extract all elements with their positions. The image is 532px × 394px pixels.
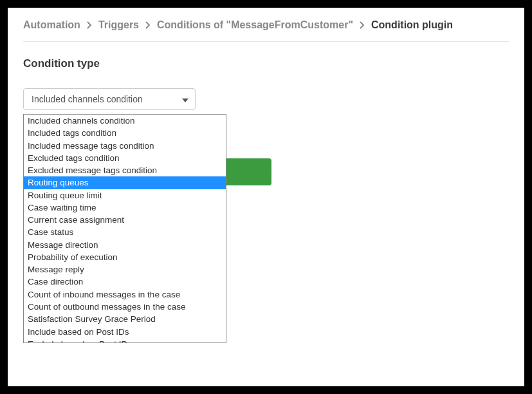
condition-type-select-wrapper: Included channels condition Included cha… [23,88,196,110]
dropdown-option[interactable]: Routing queue limit [24,189,226,202]
dropdown-option[interactable]: Exclude based on Post IDs [24,338,226,343]
breadcrumb-condition-plugin: Condition plugin [371,19,453,31]
chevron-right-icon [87,21,92,29]
dropdown-option[interactable]: Excluded message tags condition [24,164,226,176]
breadcrumb-triggers[interactable]: Triggers [98,19,139,31]
dropdown-option[interactable]: Count of inbound messages in the case [24,288,226,301]
chevron-right-icon [145,21,151,29]
dropdown-option[interactable]: Case waiting time [24,202,226,214]
dropdown-option[interactable]: Included message tags condition [24,140,226,152]
page-container: Automation Triggers Conditions of "Messa… [8,8,524,386]
dropdown-option[interactable]: Message reply [24,263,226,276]
dropdown-option[interactable]: Count of outbound messages in the case [24,301,226,313]
dropdown-option[interactable]: Included channels condition [24,115,226,127]
chevron-right-icon [360,21,365,29]
condition-type-select[interactable]: Included channels condition [23,88,196,110]
condition-type-dropdown[interactable]: Included channels conditionIncluded tags… [23,114,226,343]
breadcrumb: Automation Triggers Conditions of "Messa… [23,19,509,42]
dropdown-option[interactable]: Probability of execution [24,251,226,263]
chevron-down-icon [182,94,188,104]
dropdown-option[interactable]: Current case assignment [24,214,226,226]
dropdown-option[interactable]: Message direction [24,239,226,251]
dropdown-option[interactable]: Case status [24,226,226,238]
dropdown-option[interactable]: Case direction [24,276,226,288]
select-value: Included channels condition [32,94,143,104]
dropdown-option[interactable]: Routing queues [24,176,226,189]
breadcrumb-automation[interactable]: Automation [23,19,80,31]
dropdown-option[interactable]: Excluded tags condition [24,152,226,164]
dropdown-option[interactable]: Include based on Post IDs [24,326,226,338]
dropdown-option[interactable]: Included tags condition [24,127,226,139]
dropdown-option[interactable]: Satisfaction Survey Grace Period [24,313,226,325]
breadcrumb-conditions[interactable]: Conditions of "MessageFromCustomer" [157,19,353,31]
section-title: Condition type [23,57,509,70]
